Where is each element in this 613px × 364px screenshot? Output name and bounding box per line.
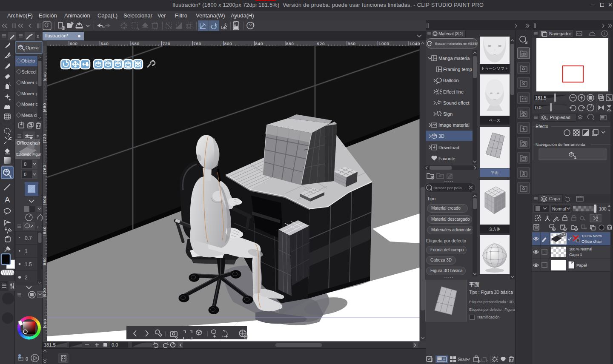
svg-text:920: 920 (43, 288, 47, 296)
svg-text:Office chair: Office chair (17, 140, 40, 145)
svg-text:Mover c: Mover c (21, 80, 38, 85)
svg-text:Buscar por pala...: Buscar por pala... (433, 185, 465, 190)
svg-text:880: 880 (286, 41, 294, 46)
svg-text:Image material: Image material (438, 122, 470, 128)
svg-text:680: 680 (43, 103, 47, 111)
svg-text:1040: 1040 (410, 41, 420, 46)
svg-text:960: 960 (348, 41, 356, 46)
svg-text:Editando Figur: Editando Figur (16, 152, 41, 156)
svg-text:640: 640 (43, 72, 47, 80)
svg-text:Sign: Sign (443, 111, 453, 117)
svg-text:?: ? (249, 23, 252, 28)
svg-text:640: 640 (101, 41, 109, 46)
svg-text:920: 920 (317, 41, 325, 46)
svg-text:Propiedad: Propiedad (550, 115, 570, 120)
svg-text:Normal: Normal (552, 207, 566, 211)
svg-text:100: 100 (599, 206, 607, 211)
svg-text:880: 880 (43, 257, 47, 265)
svg-text:Gran: Gran (458, 357, 467, 362)
svg-text:Mover p: Mover p (21, 91, 38, 96)
svg-text:760: 760 (43, 165, 47, 173)
svg-text:Balloon: Balloon (443, 78, 459, 83)
svg-text:P: P (37, 134, 39, 139)
svg-text:Buscar materiales en ASSE: Buscar materiales en ASSE (435, 42, 477, 46)
svg-text:Framing temp: Framing temp (443, 67, 472, 72)
svg-text:1.5: 1.5 (25, 262, 32, 267)
svg-text:0: 0 (24, 162, 26, 167)
svg-text:1: 1 (25, 248, 28, 254)
svg-text:Favorite: Favorite (438, 156, 455, 161)
svg-text:800: 800 (43, 195, 47, 203)
svg-text:0.0: 0.0 (112, 342, 118, 347)
svg-text:Mover c: Mover c (21, 102, 38, 107)
svg-text:0: 0 (26, 356, 28, 361)
svg-text:0.7: 0.7 (25, 235, 32, 241)
svg-text:760: 760 (193, 41, 201, 46)
svg-text:Selecci: Selecci (21, 69, 36, 74)
svg-text:720: 720 (43, 134, 47, 142)
svg-text:i: i (604, 32, 605, 36)
svg-text:1000: 1000 (379, 41, 390, 46)
svg-text:S: S (37, 34, 39, 39)
svg-text:960: 960 (43, 319, 47, 327)
svg-text:Navegador: Navegador (549, 31, 571, 36)
svg-text:Capa 1: Capa 1 (569, 252, 582, 257)
svg-text:600: 600 (70, 41, 78, 46)
svg-text:Papel: Papel (576, 263, 587, 267)
svg-text:181.5: 181.5 (535, 95, 546, 100)
svg-text:100 % Norm: 100 % Norm (581, 234, 602, 238)
svg-text:Effect line: Effect line (443, 89, 464, 94)
svg-text:100 % Normal: 100 % Normal (569, 247, 592, 251)
svg-text:T: T (37, 225, 39, 229)
svg-text:840: 840 (43, 226, 47, 234)
svg-text:Efecto: Efecto (536, 124, 548, 129)
svg-text:840: 840 (255, 41, 263, 46)
svg-text:Sound effect: Sound effect (443, 100, 470, 105)
svg-text:Capa: Capa (549, 196, 560, 201)
svg-text:Objeto: Objeto (21, 58, 35, 63)
svg-text:Manga materia: Manga materia (438, 56, 470, 61)
svg-text:Navegación de herramienta: Navegación de herramienta (536, 142, 585, 147)
svg-text:Mesa d: Mesa d (21, 113, 37, 118)
svg-text:Download: Download (438, 145, 459, 150)
svg-text:800: 800 (224, 41, 232, 46)
svg-text:Material [3D]: Material [3D] (438, 31, 463, 36)
svg-text:2: 2 (25, 275, 28, 281)
svg-text:720: 720 (163, 41, 171, 46)
svg-text:0.0: 0.0 (535, 105, 541, 110)
svg-text:680: 680 (132, 41, 140, 46)
svg-text:0: 0 (24, 172, 26, 177)
svg-text:3D: 3D (438, 134, 444, 139)
svg-text:A: A (5, 195, 10, 204)
svg-text:181.5: 181.5 (44, 342, 56, 347)
svg-text:Opera: Opera (26, 45, 39, 50)
svg-text:Office chair: Office chair (581, 239, 602, 244)
